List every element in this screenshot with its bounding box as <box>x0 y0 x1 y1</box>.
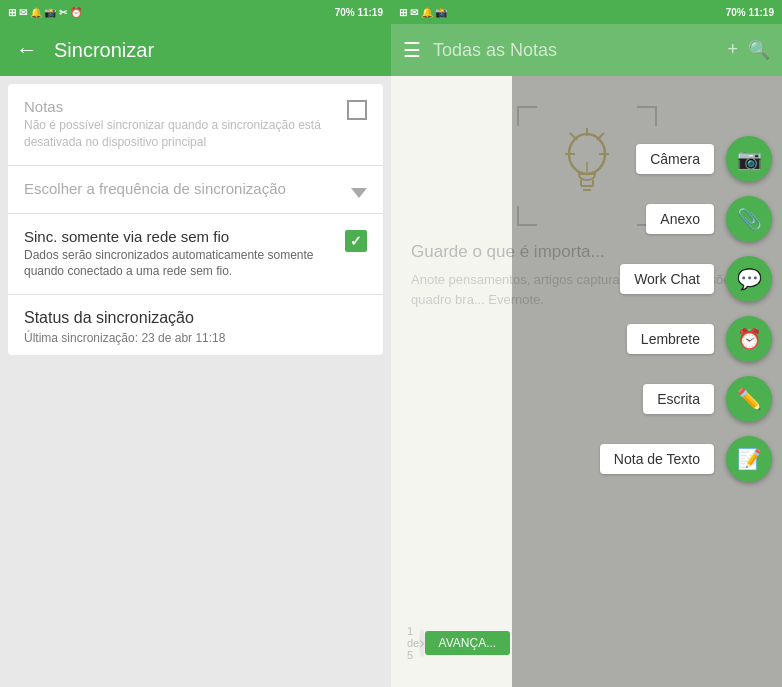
right-content: Guarde o que é importa... Anote pensamen… <box>391 76 782 687</box>
add-note-icon[interactable]: + <box>727 39 738 61</box>
pagination: 1 de 5 › AVANÇA... <box>391 619 512 667</box>
right-battery-info: 70% 11:19 <box>726 7 774 18</box>
workchat-icon: 💬 <box>737 267 762 291</box>
frequencia-setting: Escolher a frequência de sincronização <box>8 166 383 214</box>
page-info: 1 de 5 <box>407 625 419 661</box>
right-panel: ⊞ ✉ 🔔 📸 70% 11:19 ☰ Todas as Notas + 🔍 <box>391 0 782 687</box>
workchat-menu-item: Work Chat 💬 <box>620 256 782 302</box>
search-icon[interactable]: 🔍 <box>748 39 770 61</box>
textnote-fab[interactable]: 📝 <box>726 436 772 482</box>
frequencia-control[interactable] <box>351 182 367 198</box>
workchat-fab[interactable]: 💬 <box>726 256 772 302</box>
notas-checkbox[interactable] <box>347 100 367 120</box>
lembrete-label-button[interactable]: Lembrete <box>627 324 714 354</box>
camera-icon: 📷 <box>737 147 762 171</box>
anexo-fab[interactable]: 📎 <box>726 196 772 242</box>
camera-fab[interactable]: 📷 <box>726 136 772 182</box>
escrita-menu-item: Escrita ✏️ <box>643 376 782 422</box>
rede-sem-fio-setting: Sinc. somente via rede sem fio Dados ser… <box>8 214 383 296</box>
lembrete-menu-item: Lembrete ⏰ <box>627 316 782 362</box>
writing-icon: ✏️ <box>737 387 762 411</box>
attachment-icon: 📎 <box>737 207 762 231</box>
anexo-label-button[interactable]: Anexo <box>646 204 714 234</box>
dropdown-arrow-icon <box>351 188 367 198</box>
frequencia-label: Escolher a frequência de sincronização <box>24 180 339 197</box>
battery-info: 70% 11:19 <box>335 7 383 18</box>
sync-status-section: Status da sincronização Última sincroniz… <box>8 295 383 355</box>
advance-button[interactable]: AVANÇA... <box>425 631 511 655</box>
left-panel: ⊞ ✉ 🔔 📸 ✂ ⏰ 70% 11:19 ← Sincronizar Nota… <box>0 0 391 687</box>
notes-title: Todas as Notas <box>433 40 715 61</box>
rede-label: Sinc. somente via rede sem fio <box>24 228 333 245</box>
menu-icon[interactable]: ☰ <box>403 38 421 62</box>
escrita-fab[interactable]: ✏️ <box>726 376 772 422</box>
notas-checkbox-control[interactable] <box>347 100 367 120</box>
lembrete-fab[interactable]: ⏰ <box>726 316 772 362</box>
rede-desc: Dados serão sincronizados automaticament… <box>24 247 333 281</box>
right-status-right: 70% 11:19 <box>726 7 774 18</box>
status-icons-left: ⊞ ✉ 🔔 📸 ✂ ⏰ <box>8 7 82 18</box>
back-button[interactable]: ← <box>16 37 38 63</box>
header-icons: + 🔍 <box>727 39 770 61</box>
right-status-bar: ⊞ ✉ 🔔 📸 70% 11:19 <box>391 0 782 24</box>
status-bar-right: 70% 11:19 <box>335 7 383 18</box>
left-status-bar: ⊞ ✉ 🔔 📸 ✂ ⏰ 70% 11:19 <box>0 0 391 24</box>
right-status-icons: ⊞ ✉ 🔔 📸 <box>399 7 447 18</box>
rede-checkbox-control[interactable] <box>345 230 367 252</box>
escrita-label-button[interactable]: Escrita <box>643 384 714 414</box>
left-content: Notas Não é possível sincronizar quando … <box>0 76 391 687</box>
right-header: ☰ Todas as Notas + 🔍 <box>391 24 782 76</box>
notas-desc: Não é possível sincronizar quando a sinc… <box>24 117 335 151</box>
sync-status-sub: Última sincronização: 23 de abr 11:18 <box>24 331 367 345</box>
workchat-label-button[interactable]: Work Chat <box>620 264 714 294</box>
anexo-menu-item: Anexo 📎 <box>646 196 782 242</box>
notas-text: Notas Não é possível sincronizar quando … <box>24 98 335 151</box>
textnote-icon: 📝 <box>737 447 762 471</box>
status-bar-left: ⊞ ✉ 🔔 📸 ✂ ⏰ <box>8 7 82 18</box>
settings-card: Notas Não é possível sincronizar quando … <box>8 84 383 355</box>
sync-status-title: Status da sincronização <box>24 309 367 327</box>
notas-label: Notas <box>24 98 335 115</box>
reminder-icon: ⏰ <box>737 327 762 351</box>
page-title: Sincronizar <box>54 39 154 62</box>
next-arrow[interactable]: › <box>419 629 424 657</box>
rede-checkbox[interactable] <box>345 230 367 252</box>
overlay-menu: Câmera 📷 Anexo 📎 Work Chat 💬 <box>512 76 782 687</box>
camera-menu-item: Câmera 📷 <box>636 136 782 182</box>
textnote-label-button[interactable]: Nota de Texto <box>600 444 714 474</box>
notas-setting: Notas Não é possível sincronizar quando … <box>8 84 383 166</box>
camera-label-button[interactable]: Câmera <box>636 144 714 174</box>
rede-text: Sinc. somente via rede sem fio Dados ser… <box>24 228 333 281</box>
left-header: ← Sincronizar <box>0 24 391 76</box>
textnote-menu-item: Nota de Texto 📝 <box>600 436 782 482</box>
frequencia-text: Escolher a frequência de sincronização <box>24 180 339 199</box>
right-status-left: ⊞ ✉ 🔔 📸 <box>399 7 447 18</box>
